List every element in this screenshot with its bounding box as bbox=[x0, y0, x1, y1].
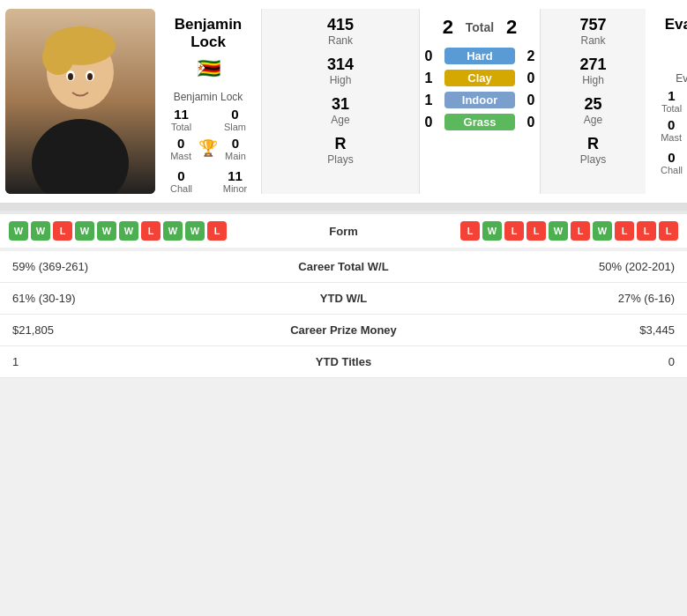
hard-row: 0 Hard 2 bbox=[420, 48, 540, 64]
evan-zhu-name: Evan Zhu bbox=[665, 16, 687, 33]
evan-stats-grid: 1 Total 0 Slam bbox=[646, 88, 687, 114]
evan-total-cell: 1 Total bbox=[649, 88, 687, 114]
left-plays-stat: R Plays bbox=[327, 135, 353, 166]
clay-score-right: 0 bbox=[522, 71, 540, 86]
evan-name-label: Evan Zhu bbox=[676, 72, 687, 85]
total-score-right: 2 bbox=[501, 16, 522, 39]
indoor-row: 1 Indoor 0 bbox=[420, 92, 540, 108]
form-badge-left: W bbox=[9, 221, 28, 241]
form-center-label: Form bbox=[309, 223, 379, 239]
left-high-stat: 314 High bbox=[327, 56, 354, 86]
form-badge-left: L bbox=[141, 221, 161, 241]
right-rank-stat: 757 Rank bbox=[579, 16, 606, 47]
form-badge-right: L bbox=[659, 221, 678, 241]
left-high-label: High bbox=[327, 74, 354, 86]
clay-row: 1 Clay 0 bbox=[420, 70, 540, 86]
benjamin-slam-value: 0 bbox=[213, 107, 258, 122]
form-badge-left: W bbox=[185, 221, 205, 241]
right-plays-stat: R Plays bbox=[580, 135, 606, 166]
benjamin-slam-cell: 0 Slam bbox=[213, 107, 258, 132]
benjamin-minor-label: Minor bbox=[213, 183, 258, 194]
hard-score-right: 2 bbox=[522, 48, 540, 64]
benjamin-chall-label: Chall bbox=[159, 183, 204, 194]
right-plays-value: R bbox=[580, 135, 606, 153]
right-age-stat: 25 Age bbox=[584, 95, 602, 126]
form-badge-left: L bbox=[207, 221, 227, 241]
benjamin-main-value: 0 bbox=[225, 136, 246, 151]
form-badge-left: L bbox=[53, 221, 72, 241]
grass-score-left: 0 bbox=[420, 115, 437, 130]
form-badge-right: L bbox=[571, 221, 590, 241]
form-badge-right: L bbox=[615, 221, 634, 241]
evan-chall-grid: 0 Chall 1 Minor bbox=[646, 150, 687, 175]
right-rank-value: 757 bbox=[579, 16, 606, 34]
player-info-left: Benjamin Lock 🇿🇼 Benjamin Lock 11 Total … bbox=[155, 9, 261, 194]
form-badge-right: L bbox=[460, 221, 480, 241]
form-badge-left: W bbox=[31, 221, 50, 241]
benjamin-total-label: Total bbox=[159, 122, 204, 132]
benjamin-mast-cell: 0 Mast bbox=[170, 136, 191, 161]
grass-row: 0 Grass 0 bbox=[420, 114, 540, 130]
stats-row: 59% (369-261) Career Total W/L 50% (202-… bbox=[0, 251, 687, 283]
clay-badge: Clay bbox=[444, 70, 515, 86]
benjamin-minor-value: 11 bbox=[213, 168, 258, 183]
hard-score-left: 0 bbox=[420, 48, 437, 64]
form-badge-right: W bbox=[482, 221, 502, 241]
form-badge-left: W bbox=[163, 221, 183, 241]
evan-mast-label: Mast bbox=[661, 132, 682, 143]
hard-badge: Hard bbox=[444, 48, 515, 64]
stats-table: 59% (369-261) Career Total W/L 50% (202-… bbox=[0, 251, 687, 378]
total-score-row: 2 Total 2 bbox=[437, 16, 522, 39]
right-age-value: 25 bbox=[584, 95, 602, 114]
stats-row: $21,805 Career Prize Money $3,445 bbox=[0, 315, 687, 346]
left-rank-stat: 415 Rank bbox=[327, 16, 354, 47]
benjamin-main-label: Main bbox=[225, 151, 246, 161]
form-badge-right: L bbox=[504, 221, 524, 241]
evan-total-label: Total bbox=[649, 103, 687, 114]
evan-chall-label: Chall bbox=[649, 165, 687, 175]
benjamin-main-cell: 0 Main bbox=[225, 136, 246, 161]
indoor-badge: Indoor bbox=[444, 92, 515, 108]
player-info-right: Evan Zhu 🇺🇸 Evan Zhu 1 Total 0 Slam 0 Ma… bbox=[646, 9, 687, 194]
clay-score-left: 1 bbox=[420, 71, 437, 86]
left-rank-label: Rank bbox=[327, 34, 354, 47]
left-high-value: 314 bbox=[327, 56, 354, 74]
benjamin-mast-value: 0 bbox=[170, 136, 191, 151]
stats-right-val: $3,445 bbox=[446, 315, 687, 346]
trophy-icon-left: 🏆 bbox=[198, 138, 218, 158]
benjamin-stats-grid: 11 Total 0 Slam bbox=[155, 107, 261, 132]
benjamin-lock-name: Benjamin Lock bbox=[155, 16, 261, 52]
left-rank-value: 415 bbox=[327, 16, 354, 34]
stats-center-label: Career Total W/L bbox=[241, 251, 447, 283]
benjamin-mast-label: Mast bbox=[170, 151, 191, 161]
total-score-left: 2 bbox=[437, 16, 459, 39]
right-high-label: High bbox=[579, 74, 606, 86]
benjamin-chall-grid: 0 Chall 11 Minor bbox=[155, 168, 261, 194]
svg-point-7 bbox=[68, 73, 73, 80]
benjamin-total-cell: 11 Total bbox=[159, 107, 204, 132]
section-divider bbox=[0, 204, 687, 211]
stats-center-label: YTD W/L bbox=[241, 283, 447, 315]
benjamin-slam-label: Slam bbox=[213, 122, 258, 132]
left-age-label: Age bbox=[331, 114, 349, 126]
benjamin-chall-value: 0 bbox=[159, 168, 204, 183]
indoor-score-right: 0 bbox=[522, 93, 540, 108]
grass-score-right: 0 bbox=[522, 115, 540, 130]
right-stats-panel: 757 Rank 271 High 25 Age R Plays bbox=[540, 9, 646, 194]
benjamin-lock-flag: 🇿🇼 bbox=[197, 57, 220, 80]
indoor-score-left: 1 bbox=[420, 93, 437, 108]
evan-total-value: 1 bbox=[649, 88, 687, 103]
svg-point-3 bbox=[42, 40, 74, 75]
form-badge-right: L bbox=[526, 221, 546, 241]
total-label: Total bbox=[466, 20, 494, 34]
stats-center-label: YTD Titles bbox=[241, 346, 447, 378]
benjamin-chall-cell: 0 Chall bbox=[159, 168, 204, 194]
stats-right-val: 0 bbox=[446, 346, 687, 378]
form-badges-right: LWLLWLWLLL bbox=[379, 221, 679, 241]
right-high-stat: 271 High bbox=[579, 56, 606, 86]
stats-right-val: 50% (202-201) bbox=[446, 251, 687, 283]
stats-left-val: 1 bbox=[0, 346, 241, 378]
benjamin-minor-cell: 11 Minor bbox=[213, 168, 258, 194]
left-age-stat: 31 Age bbox=[331, 95, 349, 126]
form-label: Form bbox=[329, 225, 358, 238]
